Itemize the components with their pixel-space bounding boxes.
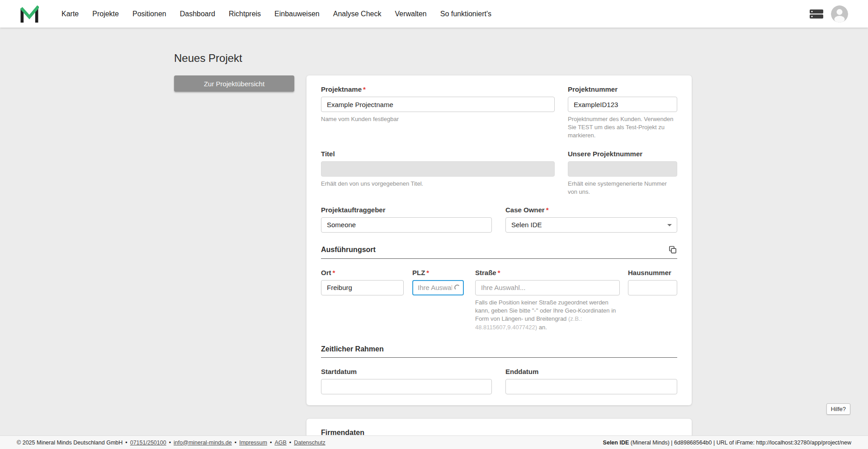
session-user: Selen IDE bbox=[603, 440, 629, 446]
help-button[interactable]: Hilfe? bbox=[826, 403, 850, 415]
session-details: (Mineral Minds) | 6d89868564b0 | URL of … bbox=[629, 440, 851, 446]
field-case-owner: Case Owner* Selen IDE bbox=[505, 206, 677, 233]
firmendaten-title: Firmendaten bbox=[321, 429, 364, 435]
field-titel: Titel Erhält den von uns vorgegebenen Ti… bbox=[321, 150, 555, 196]
nav-item-karte[interactable]: Karte bbox=[61, 10, 79, 18]
titel-label: Titel bbox=[321, 150, 555, 158]
footer-link-phone[interactable]: 07151/250100 bbox=[130, 440, 166, 446]
main-nav: Karte Projekte Positionen Dashboard Rich… bbox=[61, 10, 809, 18]
zeitlicher-rahmen-title: Zeitlicher Rahmen bbox=[321, 345, 384, 353]
startdatum-label-text: Startdatum bbox=[321, 368, 357, 375]
field-strasse: Straße* Falls die Position keiner Straße… bbox=[475, 269, 620, 332]
strasse-helper: Falls die Position keiner Straße zugeord… bbox=[475, 299, 620, 332]
nav-item-verwalten[interactable]: Verwalten bbox=[395, 10, 426, 18]
separator: • bbox=[270, 440, 272, 446]
separator: • bbox=[289, 440, 291, 446]
footer-link-datenschutz[interactable]: Datenschutz bbox=[294, 440, 325, 446]
projektauftraggeber-input[interactable] bbox=[321, 217, 492, 233]
enddatum-label: Enddatum bbox=[505, 368, 677, 375]
footer: © 2025 Mineral Minds Deutschland GmbH • … bbox=[0, 435, 868, 449]
copy-icon[interactable] bbox=[668, 245, 677, 254]
strasse-helper-main: Falls die Position keiner Straße zugeord… bbox=[475, 299, 616, 322]
strasse-label-text: Straße bbox=[475, 269, 496, 276]
footer-left: © 2025 Mineral Minds Deutschland GmbH • … bbox=[17, 440, 326, 446]
hausnummer-input[interactable] bbox=[628, 280, 677, 295]
person-icon bbox=[831, 5, 848, 23]
main-content: Neues Projekt Zur Projektübersicht Proje… bbox=[0, 28, 868, 435]
startdatum-label: Startdatum bbox=[321, 368, 492, 375]
left-column: Zur Projektübersicht bbox=[174, 75, 294, 92]
server-icon[interactable] bbox=[809, 8, 824, 20]
required-marker: * bbox=[333, 269, 335, 276]
footer-link-agb[interactable]: AGB bbox=[274, 440, 286, 446]
page-title: Neues Projekt bbox=[174, 52, 868, 65]
field-projektauftraggeber: Projektauftraggeber bbox=[321, 206, 492, 233]
titel-helper: Erhält den von uns vorgegebenen Titel. bbox=[321, 180, 555, 188]
form-row: Startdatum Enddatum bbox=[321, 368, 677, 394]
nav-item-projekte[interactable]: Projekte bbox=[92, 10, 119, 18]
content-columns: Zur Projektübersicht Projektname* Name v… bbox=[174, 75, 868, 435]
logo[interactable] bbox=[20, 5, 39, 23]
projektnummer-label-text: Projektnummer bbox=[568, 85, 618, 93]
form-row: Ort* PLZ* bbox=[321, 269, 677, 332]
nav-item-analyse-check[interactable]: Analyse Check bbox=[333, 10, 382, 18]
strasse-input[interactable] bbox=[475, 280, 620, 295]
form-row: Projektauftraggeber Case Owner* Selen ID… bbox=[321, 206, 677, 233]
section-zeitlicher-rahmen: Zeitlicher Rahmen bbox=[321, 345, 677, 358]
hausnummer-label-text: Hausnummer bbox=[628, 269, 671, 276]
unsere-projektnummer-label: Unsere Projektnummer bbox=[568, 150, 677, 158]
ort-label-text: Ort bbox=[321, 269, 331, 276]
form-row: Projektname* Name vom Kunden festlegbar … bbox=[321, 85, 677, 140]
firmendaten-card: Firmendaten bbox=[307, 419, 692, 435]
ort-label: Ort* bbox=[321, 269, 404, 276]
plz-label: PLZ* bbox=[412, 269, 464, 276]
case-owner-select[interactable]: Selen IDE bbox=[505, 217, 677, 233]
strasse-label: Straße* bbox=[475, 269, 620, 276]
nav-item-dashboard[interactable]: Dashboard bbox=[180, 10, 215, 18]
user-avatar[interactable] bbox=[831, 5, 848, 23]
field-ort: Ort* bbox=[321, 269, 404, 332]
ausfuehrungsort-title: Ausführungsort bbox=[321, 246, 376, 254]
project-form-card: Projektname* Name vom Kunden festlegbar … bbox=[307, 75, 692, 405]
field-enddatum: Enddatum bbox=[505, 368, 677, 394]
nav-item-richtpreis[interactable]: Richtpreis bbox=[229, 10, 261, 18]
required-marker: * bbox=[498, 269, 500, 276]
titel-input bbox=[321, 161, 555, 177]
strasse-helper-suffix: an. bbox=[539, 324, 547, 331]
enddatum-input[interactable] bbox=[505, 379, 677, 394]
section-firmendaten: Firmendaten bbox=[321, 429, 677, 435]
field-startdatum: Startdatum bbox=[321, 368, 492, 394]
footer-session-info: Selen IDE (Mineral Minds) | 6d89868564b0… bbox=[603, 440, 851, 446]
field-unsere-projektnummer: Unsere Projektnummer Erhält eine systemg… bbox=[568, 150, 677, 196]
projektnummer-label: Projektnummer bbox=[568, 85, 677, 93]
separator: • bbox=[235, 440, 236, 446]
case-owner-value: Selen IDE bbox=[511, 221, 542, 229]
required-marker: * bbox=[546, 206, 549, 214]
enddatum-label-text: Enddatum bbox=[505, 368, 538, 375]
chevron-down-icon bbox=[667, 224, 672, 226]
startdatum-input[interactable] bbox=[321, 379, 492, 394]
required-marker: * bbox=[363, 85, 366, 93]
back-to-projects-button[interactable]: Zur Projektübersicht bbox=[174, 75, 294, 92]
projektname-label: Projektname* bbox=[321, 85, 555, 93]
footer-link-impressum[interactable]: Impressum bbox=[239, 440, 267, 446]
nav-item-so-funktionierts[interactable]: So funktioniert's bbox=[440, 10, 491, 18]
copyright-text: © 2025 Mineral Minds Deutschland GmbH bbox=[17, 440, 123, 446]
field-hausnummer: Hausnummer bbox=[628, 269, 677, 332]
nav-item-einbauweisen[interactable]: Einbauweisen bbox=[274, 10, 320, 18]
form-row: Titel Erhält den von uns vorgegebenen Ti… bbox=[321, 150, 677, 196]
nav-item-positionen[interactable]: Positionen bbox=[132, 10, 166, 18]
separator: • bbox=[169, 440, 171, 446]
projektname-input[interactable] bbox=[321, 97, 555, 112]
unsere-projektnummer-label-text: Unsere Projektnummer bbox=[568, 150, 642, 158]
navbar-right bbox=[809, 5, 848, 23]
ort-input[interactable] bbox=[321, 280, 404, 295]
projektauftraggeber-label-text: Projektauftraggeber bbox=[321, 206, 386, 214]
plz-label-text: PLZ bbox=[412, 269, 425, 276]
section-ausfuehrungsort: Ausführungsort bbox=[321, 245, 677, 259]
logo-icon bbox=[20, 5, 39, 23]
projektnummer-helper: Projektnummer des Kunden. Verwenden Sie … bbox=[568, 115, 677, 140]
projektnummer-input[interactable] bbox=[568, 97, 677, 112]
footer-link-email[interactable]: info@mineral-minds.de bbox=[174, 440, 232, 446]
field-projektnummer: Projektnummer Projektnummer des Kunden. … bbox=[568, 85, 677, 140]
